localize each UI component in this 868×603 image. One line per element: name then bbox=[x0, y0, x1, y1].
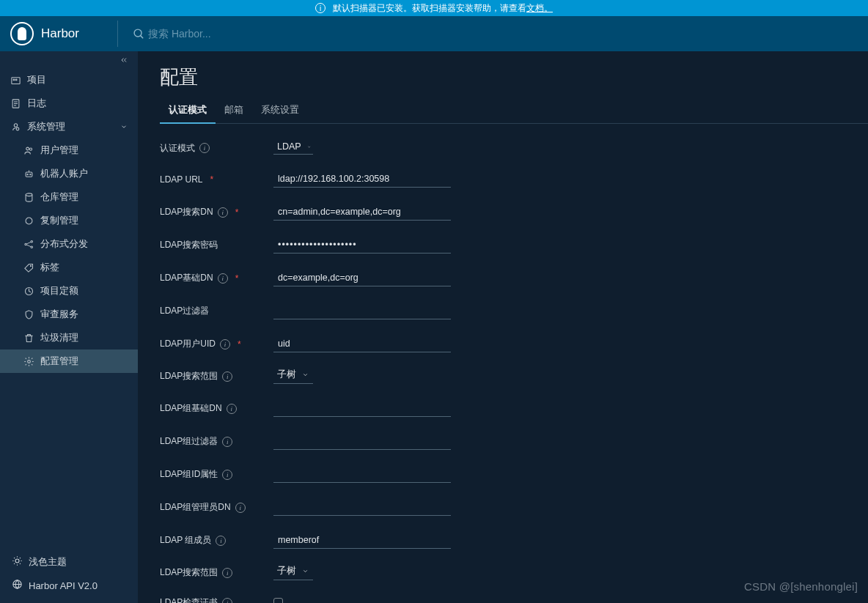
theme-toggle[interactable]: 浅色主题 bbox=[0, 550, 138, 574]
sidebar-item-interrogation[interactable]: 审查服务 bbox=[0, 303, 138, 326]
info-icon: i bbox=[315, 3, 326, 13]
label-group-member: LDAP 组成员 bbox=[160, 534, 211, 547]
info-icon[interactable]: i bbox=[218, 273, 228, 284]
checkbox-verify-cert[interactable] bbox=[273, 598, 283, 603]
sidebar-item-labels[interactable]: 标签 bbox=[0, 256, 138, 279]
sidebar-item-label: 日志 bbox=[27, 97, 46, 110]
side-nav: 项目 日志 系统管理 用户管理 机器人账户 仓库管理 复制管理 分布式分发 标签… bbox=[0, 68, 138, 547]
select-scope-1[interactable]: 子树 bbox=[273, 369, 313, 384]
required-asterisk: * bbox=[238, 339, 241, 349]
svg-point-9 bbox=[14, 123, 17, 126]
info-icon[interactable]: i bbox=[222, 371, 232, 382]
sun-icon bbox=[12, 555, 23, 569]
brand[interactable]: Harbor bbox=[0, 22, 117, 45]
input-ldap-url[interactable] bbox=[273, 171, 451, 188]
sidebar-item-label: 机器人账户 bbox=[40, 167, 88, 180]
sidebar-item-registries[interactable]: 仓库管理 bbox=[0, 185, 138, 209]
tab-email[interactable]: 邮箱 bbox=[216, 97, 252, 123]
sidebar-item-quotas[interactable]: 项目定额 bbox=[0, 279, 138, 303]
info-icon[interactable]: i bbox=[220, 339, 230, 349]
info-icon[interactable]: i bbox=[218, 207, 228, 218]
sidebar-item-label: 审查服务 bbox=[40, 308, 78, 321]
label-group-admin-dn: LDAP组管理员DN bbox=[160, 501, 231, 514]
label-group-id-attr: LDAP组ID属性 bbox=[160, 468, 218, 481]
chevron-down-icon bbox=[302, 371, 309, 378]
sidebar-item-label: 分布式分发 bbox=[40, 237, 88, 251]
select-scope-2[interactable]: 子树 bbox=[273, 565, 313, 580]
info-icon[interactable]: i bbox=[235, 503, 246, 513]
label-verify-cert: LDAP检查证书 bbox=[160, 596, 218, 603]
harbor-logo-icon bbox=[10, 22, 34, 45]
info-icon[interactable]: i bbox=[222, 568, 232, 578]
info-icon[interactable]: i bbox=[216, 536, 226, 546]
info-icon[interactable]: i bbox=[222, 437, 232, 447]
admin-icon bbox=[10, 122, 21, 133]
config-tabs: 认证模式 邮箱 系统设置 bbox=[160, 97, 868, 124]
input-search-dn[interactable] bbox=[273, 204, 451, 221]
svg-line-21 bbox=[26, 242, 31, 244]
svg-line-1 bbox=[141, 35, 144, 38]
info-icon[interactable]: i bbox=[222, 470, 232, 480]
api-link[interactable]: Harbor API V2.0 bbox=[0, 574, 138, 597]
sidebar-item-system[interactable]: 系统管理 bbox=[0, 115, 138, 138]
svg-point-0 bbox=[134, 29, 141, 37]
label-uid: LDAP用户UID bbox=[160, 338, 216, 350]
info-icon[interactable]: i bbox=[199, 143, 210, 153]
gear-icon bbox=[23, 356, 34, 367]
input-filter[interactable] bbox=[273, 303, 451, 319]
input-group-member[interactable] bbox=[273, 532, 451, 549]
page-title: 配置 bbox=[160, 64, 868, 90]
sidebar-item-distribution[interactable]: 分布式分发 bbox=[0, 232, 138, 256]
input-group-filter[interactable] bbox=[273, 433, 451, 450]
banner-link[interactable]: 文档。 bbox=[526, 3, 553, 14]
chevron-down-icon bbox=[307, 144, 311, 150]
brand-text: Harbor bbox=[41, 26, 79, 41]
input-uid[interactable] bbox=[273, 336, 451, 352]
label-auth-mode: 认证模式 bbox=[160, 142, 195, 155]
sidebar-item-robots[interactable]: 机器人账户 bbox=[0, 162, 138, 185]
select-auth-mode[interactable]: LDAP bbox=[273, 141, 313, 155]
info-icon[interactable]: i bbox=[227, 404, 237, 414]
svg-point-12 bbox=[29, 148, 32, 150]
sidebar-item-logs[interactable]: 日志 bbox=[0, 92, 138, 115]
required-asterisk: * bbox=[210, 174, 213, 185]
sidebar-item-label: 仓库管理 bbox=[40, 190, 78, 204]
input-base-dn[interactable] bbox=[273, 270, 451, 286]
sidebar-item-replication[interactable]: 复制管理 bbox=[0, 209, 138, 232]
select-value: LDAP bbox=[277, 141, 301, 152]
divider bbox=[117, 21, 118, 47]
sidebar-item-configuration[interactable]: 配置管理 bbox=[0, 349, 138, 373]
chevron-down-icon bbox=[120, 123, 128, 130]
svg-point-11 bbox=[26, 147, 29, 150]
svg-point-10 bbox=[16, 127, 19, 130]
sidebar-item-gc[interactable]: 垃圾清理 bbox=[0, 326, 138, 349]
svg-point-25 bbox=[28, 360, 31, 363]
input-group-admin-dn[interactable] bbox=[273, 499, 451, 516]
required-asterisk: * bbox=[235, 273, 239, 284]
distribution-icon bbox=[23, 239, 34, 250]
search-input[interactable] bbox=[148, 28, 295, 40]
notice-banner: i 默认扫描器已安装。获取扫描器安装帮助，请查看 文档。 bbox=[0, 0, 868, 16]
api-icon bbox=[12, 579, 23, 592]
input-group-id-attr[interactable] bbox=[273, 466, 451, 483]
global-search[interactable] bbox=[133, 28, 295, 40]
tab-system[interactable]: 系统设置 bbox=[252, 97, 308, 123]
sidebar-collapse[interactable] bbox=[0, 51, 138, 68]
svg-point-3 bbox=[13, 78, 15, 80]
sidebar-item-label: 用户管理 bbox=[40, 144, 78, 157]
theme-label: 浅色主题 bbox=[29, 555, 67, 569]
sidebar-item-label: 垃圾清理 bbox=[40, 331, 78, 344]
label-group-filter: LDAP组过滤器 bbox=[160, 435, 218, 448]
sidebar-item-users[interactable]: 用户管理 bbox=[0, 138, 138, 162]
svg-point-14 bbox=[27, 174, 28, 174]
tab-auth[interactable]: 认证模式 bbox=[160, 97, 216, 123]
sidebar-item-projects[interactable]: 项目 bbox=[0, 68, 138, 92]
project-icon bbox=[10, 75, 21, 86]
label-scope: LDAP搜索范围 bbox=[160, 370, 218, 382]
input-search-pwd[interactable] bbox=[273, 237, 451, 254]
robot-icon bbox=[23, 169, 34, 180]
info-icon[interactable]: i bbox=[222, 598, 232, 604]
input-group-base-dn[interactable] bbox=[273, 400, 451, 417]
chevron-double-left-icon bbox=[119, 56, 129, 64]
svg-point-17 bbox=[26, 193, 32, 196]
